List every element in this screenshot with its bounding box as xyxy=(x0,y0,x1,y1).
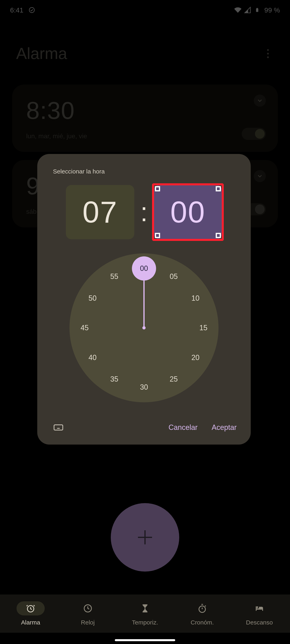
nav-item-label: Reloj xyxy=(81,619,95,626)
clock-minute-tick[interactable]: 35 xyxy=(106,375,122,384)
dialog-footer: Cancelar Aceptar xyxy=(49,420,239,434)
clock-minute-tick[interactable]: 15 xyxy=(195,324,211,332)
home-indicator[interactable] xyxy=(115,639,175,641)
highlight-corner-icon xyxy=(155,233,160,238)
clock-minute-tick[interactable]: 25 xyxy=(166,375,182,384)
dialog-title: Seleccionar la hora xyxy=(53,168,239,175)
time-display-row: 07 : 00 xyxy=(49,185,239,239)
time-picker-dialog: Seleccionar la hora 07 : 00 000510152025… xyxy=(37,154,251,444)
nav-item-label: Cronóm. xyxy=(190,619,214,626)
clock-selected-minute[interactable]: 00 xyxy=(132,256,156,280)
clock-icon xyxy=(74,601,102,616)
clock-minute-tick[interactable]: 10 xyxy=(187,294,203,302)
nav-item-reloj[interactable]: Reloj xyxy=(64,601,112,626)
nav-item-label: Temporiz. xyxy=(132,619,158,626)
keyboard-icon xyxy=(53,422,64,433)
clock-minute-tick[interactable]: 20 xyxy=(187,354,203,362)
highlight-corner-icon xyxy=(216,233,221,238)
add-alarm-fab[interactable] xyxy=(111,503,179,572)
stopwatch-icon xyxy=(188,601,216,616)
hour-field[interactable]: 07 xyxy=(66,185,134,239)
clock-center-icon xyxy=(142,326,146,330)
time-colon: : xyxy=(140,197,148,227)
keyboard-input-button[interactable] xyxy=(51,420,66,434)
clock-minute-tick[interactable]: 05 xyxy=(166,272,182,281)
clock-minute-tick[interactable]: 45 xyxy=(77,324,93,332)
bed-icon xyxy=(245,601,273,616)
clock-minute-tick[interactable]: 30 xyxy=(136,383,152,392)
minute-value: 00 xyxy=(170,195,206,230)
hourglass-icon xyxy=(131,601,159,616)
minute-field[interactable]: 00 xyxy=(154,185,222,239)
highlight-corner-icon xyxy=(155,186,160,192)
clock-minute-tick[interactable]: 50 xyxy=(85,294,101,302)
nav-item-cronóm[interactable]: Cronóm. xyxy=(178,601,226,626)
nav-item-alarma[interactable]: Alarma xyxy=(7,601,55,626)
nav-item-label: Descanso xyxy=(246,619,273,626)
highlight-corner-icon xyxy=(216,186,221,192)
nav-item-descanso[interactable]: Descanso xyxy=(235,601,283,626)
bottom-nav: AlarmaRelojTemporiz.Cronóm.Descanso xyxy=(0,594,290,633)
clock-minute-tick[interactable]: 55 xyxy=(106,272,122,281)
dialog-actions: Cancelar Aceptar xyxy=(169,423,237,432)
cancel-button[interactable]: Cancelar xyxy=(169,423,198,432)
svg-rect-3 xyxy=(54,425,63,430)
plus-icon xyxy=(144,530,146,544)
clock-minute-tick[interactable]: 40 xyxy=(85,354,101,362)
alarm-icon xyxy=(17,601,45,616)
nav-item-label: Alarma xyxy=(21,619,40,626)
analog-clock-wrap: 000510152025303540455055 xyxy=(49,253,239,402)
nav-item-temporiz[interactable]: Temporiz. xyxy=(121,601,169,626)
analog-clock-face[interactable]: 000510152025303540455055 xyxy=(70,253,218,402)
accept-button[interactable]: Aceptar xyxy=(212,423,237,432)
